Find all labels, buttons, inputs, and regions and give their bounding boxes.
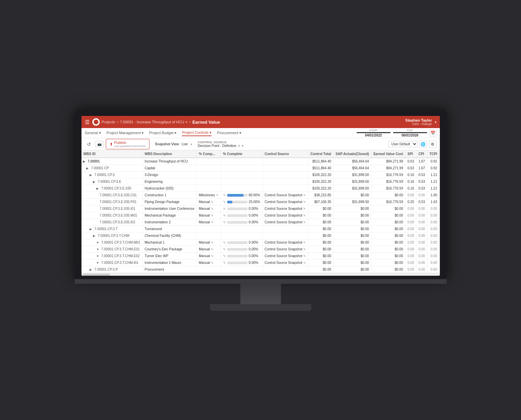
- hamburger-menu-icon[interactable]: ☰: [85, 119, 90, 125]
- publish-sub-label: Last published 04/21/2022: [114, 145, 146, 148]
- cell-control-total: $0.00: [308, 253, 333, 260]
- table-body: ▶ 7.00001 Increase Throughput of HCU $51…: [81, 158, 440, 273]
- cell-cpi: 0.00: [416, 212, 427, 219]
- cell-pct-complete: ✎ 0.00%: [221, 260, 262, 266]
- cs-dropdown-arrow[interactable]: ▾: [242, 144, 243, 148]
- settings-gear-icon[interactable]: ⚙: [429, 141, 436, 148]
- cell-pct-comp: [197, 232, 221, 239]
- table-row: ▶ 7.00001.CP.3.T.CHM Chemical Facility (…: [81, 232, 440, 239]
- calendar-icon[interactable]: 📅: [430, 130, 436, 137]
- nav-project-controls[interactable]: Project Controls ▾: [182, 130, 211, 136]
- refresh-button[interactable]: ↺: [85, 141, 93, 148]
- cell-wbs-id: ▶ 7.00001.CP.3.E: [81, 178, 143, 185]
- collapse-icon[interactable]: ▶: [93, 180, 97, 183]
- collapse-icon[interactable]: ▶: [93, 234, 97, 238]
- table-container: WBS ID WBS Description % Comp... % Compl…: [81, 150, 440, 273]
- cell-ev-cost: $94,271.99: [371, 158, 405, 165]
- cell-control-total: $0.00: [308, 266, 333, 273]
- user-dropdown-arrow[interactable]: ▾: [435, 120, 436, 124]
- cell-pct-complete: ✎ 0.00%: [221, 253, 262, 260]
- cell-description: Turner Elec WP: [142, 253, 196, 260]
- cell-pct-complete: [221, 226, 262, 232]
- cell-publi: [439, 178, 440, 185]
- publish-button[interactable]: ⬆ Publish Last published 04/21/2022: [106, 139, 150, 149]
- cell-control-total: $0.00: [308, 212, 333, 219]
- table-row: 7.00001.CP.3.E.035.M01 Mechanical Packag…: [81, 212, 440, 219]
- cell-cpi: 0.53: [416, 199, 427, 205]
- table-row: ▶ 7.00001.CP.3.E Engineering $105,322.20…: [81, 178, 440, 185]
- cell-spi: 0.00: [405, 205, 416, 212]
- cell-wbs-id: 7.00001.CP.3.E.035.I01: [81, 205, 143, 212]
- nav-project-management[interactable]: Project Management ▾: [106, 130, 144, 136]
- cell-control-total: $67,106.35: [308, 199, 333, 205]
- collapse-icon[interactable]: ▶: [90, 268, 94, 271]
- cell-pct-complete: ✎ 0.00%: [221, 239, 262, 246]
- date-section: START 04/01/2022 END 06/01/2026 📅: [357, 129, 436, 137]
- table-row: 7.00001.CP.3.E.035.C01 Construction 1 Mi…: [81, 192, 440, 199]
- cell-description: Procurement: [142, 266, 196, 273]
- cell-publi: [439, 172, 440, 178]
- cell-control-total: $0.00: [308, 239, 333, 246]
- screenshot-button[interactable]: 📷: [95, 141, 104, 147]
- cell-wbs-id: ▶ 7.00001.CP.3.T: [81, 226, 143, 232]
- cell-pct-complete: [221, 172, 262, 178]
- nav-general[interactable]: General ▾: [85, 130, 101, 136]
- cell-control-total: $0.00: [308, 205, 333, 212]
- cell-sap-actuals: $0.00: [333, 226, 371, 232]
- cell-sap-actuals: $0.00: [333, 239, 371, 246]
- collapse-icon[interactable]: ▶: [96, 187, 100, 190]
- cell-wbs-id: 7.00001.CP.3.E.035.I02: [81, 219, 143, 226]
- cell-pct-comp: [197, 158, 221, 165]
- cell-description: Turnaround: [142, 226, 196, 232]
- cell-publi: 0.00%: [439, 260, 440, 266]
- cell-cpi: 0.00: [416, 266, 427, 273]
- cell-sap-actuals: $0.00: [333, 253, 371, 260]
- collapse-icon[interactable]: ▶: [90, 173, 94, 177]
- cell-spi: 0.63: [405, 165, 416, 172]
- breadcrumb-project[interactable]: 7.00001 - Increase Throughput of HCU: [120, 120, 184, 124]
- collapse-icon[interactable]: ▶: [86, 167, 90, 170]
- cell-control-total: $38,215.85: [308, 192, 333, 199]
- horizontal-scrollbar[interactable]: [81, 273, 440, 276]
- scroll-thumb[interactable]: [83, 274, 110, 276]
- cell-publi: 25.00%: [439, 199, 440, 205]
- table-row: ▶ 7.00001 Increase Throughput of HCU $51…: [81, 158, 440, 165]
- cs-close-button[interactable]: ✕: [238, 144, 240, 148]
- publish-btn-text: Publish Last published 04/21/2022: [114, 141, 146, 148]
- breadcrumb-dropdown: ▾: [186, 120, 188, 124]
- table-row: ▶ 7.00001.CP.3.E.035 Hydrocracker (035) …: [81, 185, 440, 192]
- cell-spi: 0.00: [405, 212, 416, 219]
- cell-control-total: $105,322.20: [308, 178, 333, 185]
- user-default-select[interactable]: User Default: [388, 141, 418, 147]
- cell-control-source: Control Source Snapshot ✎: [262, 253, 308, 260]
- cell-control-source: Control Source Snapshot ✎: [262, 260, 308, 266]
- collapse-icon[interactable]: ▶: [90, 227, 94, 231]
- table-row: 7.00001.CP.3.E.035.P01 Piping Design Pac…: [81, 199, 440, 205]
- cell-sap-actuals: $31,899.50: [333, 172, 371, 178]
- collapse-icon[interactable]: ▼: [96, 248, 100, 251]
- table-row: ▶ 7.00001.CP.3.P Procurement $0.00 $0.00…: [81, 266, 440, 273]
- cell-publi: 0.00%: [439, 253, 440, 260]
- cell-pct-comp: Manual ✎: [197, 212, 221, 219]
- cell-pct-complete: ✎ 25.00%: [221, 199, 262, 205]
- cell-spi: 0.00: [405, 266, 416, 273]
- table-row: ▶ 7.00001.CP.3.T Turnaround $0.00 $0.00 …: [81, 226, 440, 232]
- collapse-icon[interactable]: ▼: [96, 261, 100, 265]
- cell-tcpi: 0.92: [427, 158, 440, 165]
- collapse-icon[interactable]: ▶: [83, 160, 87, 163]
- app-logo: [92, 118, 100, 126]
- cell-cpi: 0.00: [416, 246, 427, 253]
- collapse-icon[interactable]: ▼: [96, 254, 100, 258]
- network-icon[interactable]: 🌐: [420, 141, 427, 148]
- cell-tcpi: 0.00: [427, 266, 440, 273]
- cell-cpi: 0.00: [416, 253, 427, 260]
- cell-tcpi: 1.43: [427, 199, 440, 205]
- collapse-icon[interactable]: ▼: [96, 241, 100, 244]
- breadcrumb-projects[interactable]: Projects: [102, 120, 115, 124]
- snapshot-dropdown-arrow[interactable]: ▾: [191, 143, 192, 146]
- header-row: WBS ID WBS Description % Comp... % Compl…: [81, 150, 440, 158]
- cell-sap-actuals: $0.00: [333, 260, 371, 266]
- nav-procurement[interactable]: Procurement ▾: [217, 130, 241, 136]
- cell-ev-cost: $94,271.99: [371, 165, 405, 172]
- nav-project-budget[interactable]: Project Budget ▾: [149, 130, 176, 136]
